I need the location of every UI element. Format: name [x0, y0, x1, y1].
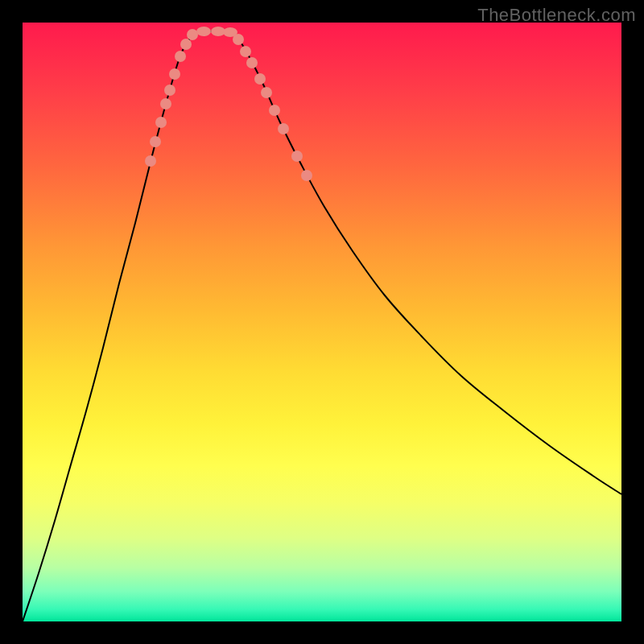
data-point — [196, 27, 211, 36]
data-point — [240, 46, 251, 57]
curve-right-arm — [232, 32, 621, 494]
data-point — [164, 85, 175, 96]
curve-left-arm — [23, 32, 196, 621]
dots-floor — [196, 27, 237, 37]
chart-area — [23, 23, 621, 621]
dots-right-arm — [233, 34, 312, 181]
data-point — [160, 98, 171, 109]
data-point — [155, 117, 167, 128]
dots-left-arm — [145, 29, 198, 167]
data-point — [187, 29, 198, 40]
data-point — [175, 51, 186, 62]
data-point — [291, 151, 303, 162]
data-point — [269, 105, 280, 116]
data-point — [301, 170, 312, 181]
data-point — [150, 136, 161, 147]
data-point — [246, 57, 258, 68]
chart-svg — [23, 23, 621, 621]
data-point — [233, 34, 244, 45]
data-point — [278, 123, 289, 134]
data-point — [261, 87, 272, 98]
data-point — [145, 155, 156, 167]
data-point — [180, 39, 192, 50]
data-point — [169, 68, 180, 80]
data-point — [254, 73, 266, 85]
